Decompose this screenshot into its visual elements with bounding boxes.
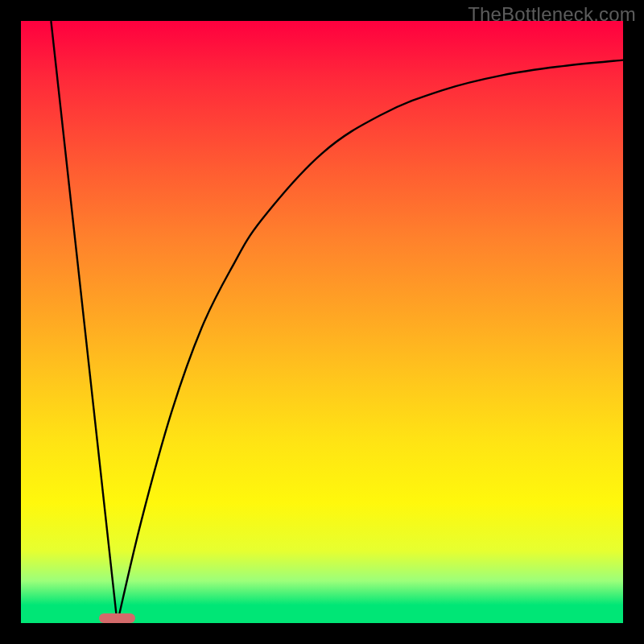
bottleneck-curve	[21, 21, 623, 623]
watermark-text: TheBottleneck.com	[468, 3, 636, 26]
chart-frame: TheBottleneck.com	[0, 0, 644, 644]
right-curve	[118, 60, 623, 623]
plot-area	[21, 21, 623, 623]
left-line	[51, 21, 117, 623]
optimal-marker	[99, 613, 135, 623]
